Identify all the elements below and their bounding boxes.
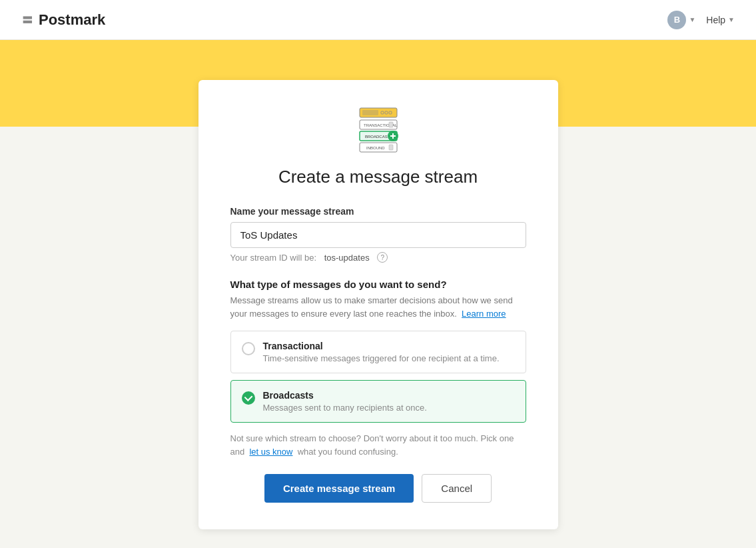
header-right: B ▼ Help ▼ [667,11,735,29]
logo-text: Postmark [39,11,105,29]
svg-rect-16 [389,145,393,150]
broadcasts-radio[interactable] [242,391,255,405]
stream-name-input[interactable] [230,222,526,248]
stream-id-prefix: Your stream ID will be: [230,253,317,263]
stream-id-value: tos-updates [324,253,370,263]
create-stream-button[interactable]: Create message stream [264,474,414,503]
body-content: TRANSACTIONAL BROADCASTS INBOUND [0,127,756,529]
learn-more-link[interactable]: Learn more [462,309,506,319]
button-row: Create message stream Cancel [230,474,526,503]
broadcasts-option-text: Broadcasts Messages sent to many recipie… [263,390,427,413]
help-chevron-icon: ▼ [728,16,735,23]
transactional-radio[interactable] [242,342,255,355]
create-stream-card: TRANSACTIONAL BROADCASTS INBOUND [198,80,558,529]
message-type-desc: Message streams allow us to make smarter… [230,294,526,320]
footer-note: Not sure which stream to choose? Don't w… [230,432,526,458]
transactional-option-text: Transactional Time-sensitive messages tr… [263,341,500,363]
stream-id-hint: Your stream ID will be: tos-updates ? [230,252,526,263]
broadcasts-title: Broadcasts [263,390,427,401]
logo: 〓 Postmark [21,11,105,29]
let-us-know-link[interactable]: let us know [249,447,292,457]
broadcasts-option[interactable]: Broadcasts Messages sent to many recipie… [230,380,526,423]
stream-illustration: TRANSACTIONAL BROADCASTS INBOUND [352,107,405,153]
broadcasts-desc: Messages sent to many recipients at once… [263,403,427,413]
svg-rect-2 [381,111,384,114]
svg-text:INBOUND: INBOUND [366,146,385,150]
transactional-option[interactable]: Transactional Time-sensitive messages tr… [230,331,526,373]
help-label: Help [706,15,725,25]
card-icon-area: TRANSACTIONAL BROADCASTS INBOUND [230,107,526,153]
transactional-title: Transactional [263,341,500,351]
message-type-title: What type of messages do you want to sen… [230,279,526,290]
svg-rect-4 [389,111,392,114]
svg-rect-1 [362,110,378,115]
transactional-desc: Time-sensitive messages triggered for on… [263,353,500,363]
svg-rect-7 [389,122,393,127]
user-badge: B [667,11,686,29]
header: 〓 Postmark B ▼ Help ▼ [0,0,756,40]
svg-rect-3 [385,111,388,114]
name-label: Name your message stream [230,206,526,217]
user-menu-button[interactable]: B ▼ [667,11,695,29]
cancel-button[interactable]: Cancel [422,474,492,503]
user-chevron-icon: ▼ [689,16,695,23]
banner-and-body: TRANSACTIONAL BROADCASTS INBOUND [0,40,756,548]
page-wrapper: 〓 Postmark B ▼ Help ▼ [0,0,756,548]
help-menu-button[interactable]: Help ▼ [706,15,735,25]
stream-id-help-icon[interactable]: ? [377,252,388,263]
footer-note-post: what you found confusing. [298,447,398,457]
logo-icon: 〓 [21,12,33,28]
card-title: Create a message stream [230,167,526,187]
